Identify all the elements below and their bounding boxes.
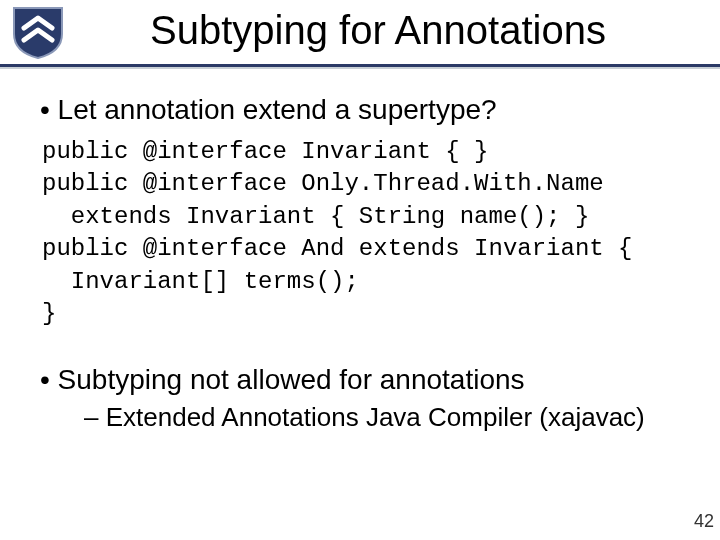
slide: Subtyping for Annotations Let annotation… xyxy=(0,0,720,540)
code-line: Invariant[] terms(); xyxy=(42,268,359,295)
code-line: } xyxy=(42,300,56,327)
code-line: public @interface Invariant { } xyxy=(42,138,488,165)
divider-light xyxy=(0,67,720,69)
slide-body: Let annotation extend a supertype? publi… xyxy=(0,70,720,433)
code-line: extends Invariant { String name(); } xyxy=(42,203,589,230)
code-block: public @interface Invariant { } public @… xyxy=(42,136,696,330)
slide-title: Subtyping for Annotations xyxy=(150,8,606,53)
bullet-supertype-question: Let annotation extend a supertype? xyxy=(40,94,696,126)
code-line: public @interface And extends Invariant … xyxy=(42,235,633,262)
bullet-subtyping-not-allowed: Subtyping not allowed for annotations xyxy=(40,364,696,396)
code-line: public @interface Only.Thread.With.Name xyxy=(42,170,604,197)
page-number: 42 xyxy=(694,511,714,532)
slide-header: Subtyping for Annotations xyxy=(0,0,720,70)
logo-shield-icon xyxy=(10,4,66,60)
sub-bullet-xajavac: Extended Annotations Java Compiler (xaja… xyxy=(84,402,696,433)
